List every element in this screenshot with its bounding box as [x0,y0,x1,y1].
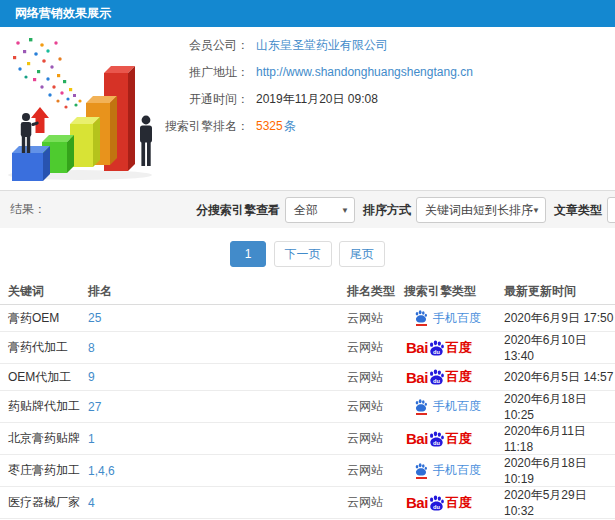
table-row: 医疗器械厂家4云网站 Bai du 百度 2020年5月29日 10:32 [0,487,615,519]
promo-url-link[interactable]: http://www.shandonghuangshengtang.cn [256,64,473,80]
table-header-row: 关键词 排名 排名类型 搜索引擎类型 最新更新时间 [0,278,615,305]
sort-filter-label: 排序方式 [363,202,411,219]
engine-type-cell: Bai du 百度 [404,364,504,391]
next-page-button[interactable]: 下一页 [274,241,332,267]
table-row: OEM代加工9云网站 Bai du 百度 2020年6月5日 14:57 [0,364,615,391]
rank-unit: 条 [284,119,296,133]
baidu-pc-logo: Bai du 百度 [406,494,472,512]
baidu-bai-text: Bai [406,494,428,511]
baidu-bai-text: Bai [406,369,428,386]
growth-chart-graphic [0,31,162,183]
keyword-cell: 医疗器械厂家 [0,487,88,519]
rank-link[interactable]: 8 [88,341,95,355]
keyword-ranking-table: 关键词 排名 排名类型 搜索引擎类型 最新更新时间 膏药OEM25云网站 手机百… [0,278,615,520]
company-info-list: 会员公司： 山东皇圣堂药业有限公司 推广地址： http://www.shand… [162,27,473,190]
keyword-cell: OEM代加工 [0,364,88,391]
baidu-pc-logo: Bai du 百度 [406,368,472,386]
rank-type-cell: 云网站 [347,391,404,423]
rank-link[interactable]: 1,4,6 [88,464,115,478]
sort-filter-select[interactable]: 关键词由短到长排序▼ [416,197,546,223]
company-link[interactable]: 山东皇圣堂药业有限公司 [256,37,388,53]
rank-type-cell: 云网站 [347,332,404,364]
rank-type-cell: 云网站 [347,423,404,455]
engine-type-cell: 手机百度 [404,455,504,487]
baidu-cn-text: 百度 [446,430,472,448]
svg-text:du: du [433,348,440,354]
rank-cell: 8 [88,332,347,364]
page-button-current[interactable]: 1 [230,241,266,267]
col-header-rank: 排名 [88,278,347,305]
rank-count: 5325 [256,119,283,133]
baidu-mobile-logo: 手机百度 [414,310,481,327]
rank-type-cell: 云网站 [347,487,404,519]
info-row-rank-count: 搜索引擎排名： 5325条 [162,118,473,134]
info-row-opened: 开通时间： 2019年11月20日 09:08 [162,91,473,107]
open-time-value: 2019年11月20日 09:08 [256,91,378,107]
engine-type-cell: 手机百度 [404,391,504,423]
updated-time-cell: 2020年6月18日 10:19 [504,455,615,487]
keyword-cell: 膏药代加工 [0,332,88,364]
rank-link[interactable]: 27 [88,400,101,414]
table-row: 药贴牌代加工27云网站 手机百度 2020年6月18日 10:25 [0,391,615,423]
red-underline [416,413,427,415]
table-body: 膏药OEM25云网站 手机百度 2020年6月9日 17:50膏药代加工8云网站… [0,305,615,520]
baidu-mobile-logo: 手机百度 [414,462,481,479]
col-header-engine-type: 搜索引擎类型 [404,278,504,305]
engine-filter-select[interactable]: 全部▼ [285,197,355,223]
keyword-cell: 膏药OEM [0,305,88,332]
rank-cell: 9 [88,364,347,391]
updated-time-cell: 2020年5月29日 10:32 [504,487,615,519]
confetti-dots [13,38,82,109]
rank-cell: 25 [88,305,347,332]
article-type-label: 文章类型 [554,202,602,219]
article-type-select[interactable]: 全部▼ [607,197,615,223]
col-header-updated: 最新更新时间 [504,278,615,305]
engine-type-cell: 手机百度 [404,305,504,332]
baidu-mobile-logo: 手机百度 [414,398,481,415]
info-section: 会员公司： 山东皇圣堂药业有限公司 推广地址： http://www.shand… [0,27,615,190]
rank-link[interactable]: 25 [88,311,101,325]
updated-time-cell: 2020年6月5日 14:57 [504,364,615,391]
last-page-button[interactable]: 尾页 [339,241,385,267]
bar-chart-illustration [0,27,162,186]
table-row: 北京膏药贴牌1云网站 Bai du 百度 2020年6月11日 11:18 [0,423,615,455]
rank-cell: 27 [88,391,347,423]
baidu-cn-text: 百度 [446,368,472,386]
filter-bar: 结果： 分搜索引擎查看 全部▼ 排序方式 关键词由短到长排序▼ 文章类型 全部▼… [0,190,615,228]
rank-type-cell: 云网站 [347,455,404,487]
baidu-paw-icon [414,399,428,412]
mobile-baidu-label: 手机百度 [433,398,481,415]
baidu-cn-text: 百度 [446,494,472,512]
updated-time-cell: 2020年6月11日 11:18 [504,423,615,455]
table-row: 膏药OEM25云网站 手机百度 2020年6月9日 17:50 [0,305,615,332]
result-label: 结果： [10,191,46,228]
svg-text:du: du [433,439,440,445]
baidu-paw-icon: du [428,431,445,447]
rank-cell: 1,4,6 [88,455,347,487]
updated-time-cell: 2020年6月18日 10:25 [504,391,615,423]
table-row: 膏药代加工8云网站 Bai du 百度 2020年6月10日 13:40 [0,332,615,364]
promo-url-label: 推广地址： [162,64,249,80]
red-underline [416,477,427,479]
engine-filter-label: 分搜索引擎查看 [196,202,280,219]
baidu-paw-icon [414,310,428,323]
rank-cell: 4 [88,487,347,519]
keyword-cell: 北京膏药贴牌 [0,423,88,455]
open-time-label: 开通时间： [162,91,249,107]
baidu-bai-text: Bai [406,339,428,356]
chevron-down-icon: ▼ [341,198,349,224]
rank-link[interactable]: 4 [88,496,95,510]
page-title-bar: 网络营销效果展示 [0,0,615,27]
baidu-paw-icon [414,463,428,476]
keyword-cell: 枣庄膏药加工 [0,455,88,487]
engine-type-cell: Bai du 百度 [404,332,504,364]
svg-text:du: du [433,503,440,509]
engine-type-cell: Bai du 百度 [404,423,504,455]
rank-type-cell: 云网站 [347,364,404,391]
rank-link[interactable]: 9 [88,370,95,384]
engine-type-cell: Bai du 百度 [404,487,504,519]
rank-cell: 1 [88,423,347,455]
engine-rank-label: 搜索引擎排名： [162,118,249,134]
info-row-url: 推广地址： http://www.shandonghuangshengtang.… [162,64,473,80]
rank-link[interactable]: 1 [88,432,95,446]
